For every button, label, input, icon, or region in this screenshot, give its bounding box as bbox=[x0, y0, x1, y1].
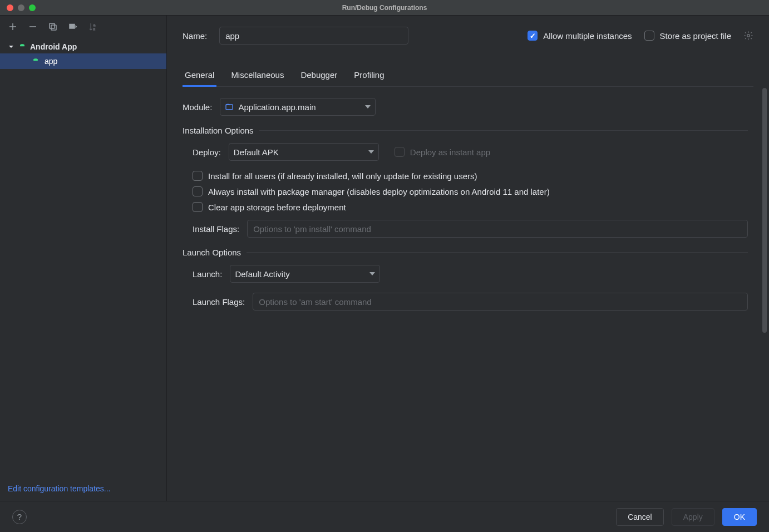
svg-rect-3 bbox=[51, 25, 56, 30]
svg-rect-7 bbox=[20, 46, 24, 46]
svg-rect-4 bbox=[50, 23, 55, 28]
clear-storage-row[interactable]: Clear app storage before deployment bbox=[193, 202, 748, 212]
help-button[interactable]: ? bbox=[12, 510, 27, 524]
always-pm-row[interactable]: Always install with package manager (dis… bbox=[193, 186, 748, 196]
store-as-file-label: Store as project file bbox=[660, 31, 731, 41]
name-input[interactable] bbox=[219, 27, 408, 45]
install-all-users-label: Install for all users (if already instal… bbox=[208, 171, 477, 181]
sort-icon[interactable]: az bbox=[88, 22, 98, 32]
install-flags-label: Install Flags: bbox=[193, 224, 239, 234]
tree-item-label: app bbox=[45, 57, 57, 66]
tab-debugger[interactable]: Debugger bbox=[298, 70, 339, 86]
module-dropdown[interactable]: Application.app.main bbox=[220, 98, 376, 116]
tab-miscellaneous[interactable]: Miscellaneous bbox=[229, 70, 286, 86]
deploy-value: Default APK bbox=[234, 147, 359, 157]
android-icon bbox=[18, 42, 27, 51]
allow-multiple-row[interactable]: Allow multiple instances bbox=[528, 31, 632, 41]
chevron-down-icon bbox=[365, 105, 371, 109]
copy-icon[interactable] bbox=[48, 22, 58, 32]
remove-icon[interactable] bbox=[28, 22, 38, 32]
svg-rect-10 bbox=[226, 105, 233, 110]
ok-button[interactable]: OK bbox=[722, 508, 757, 526]
tree-group-label: Android App bbox=[30, 42, 77, 51]
install-all-users-checkbox[interactable] bbox=[193, 171, 203, 181]
minimize-window-icon bbox=[18, 4, 24, 11]
sidebar: az Android App app Edit configuration te… bbox=[0, 16, 167, 501]
config-tree: Android App app bbox=[0, 38, 166, 476]
edit-templates-link[interactable]: Edit configuration templates... bbox=[8, 484, 110, 493]
apply-button: Apply bbox=[672, 508, 714, 526]
install-flags-input[interactable] bbox=[247, 220, 748, 238]
cancel-button[interactable]: Cancel bbox=[616, 508, 664, 526]
tabs: General Miscellaneous Debugger Profiling bbox=[183, 70, 753, 87]
deploy-instant-checkbox bbox=[395, 147, 405, 157]
launch-label: Launch: bbox=[193, 269, 222, 279]
save-layout-icon[interactable] bbox=[68, 22, 78, 32]
chevron-down-icon bbox=[8, 43, 14, 50]
deploy-instant-label: Deploy as instant app bbox=[410, 147, 490, 157]
launch-section-header: Launch Options bbox=[183, 248, 241, 257]
always-pm-label: Always install with package manager (dis… bbox=[208, 187, 550, 196]
chevron-down-icon bbox=[369, 272, 375, 275]
gear-icon[interactable] bbox=[743, 31, 753, 41]
clear-storage-checkbox[interactable] bbox=[193, 202, 203, 212]
module-label: Module: bbox=[183, 102, 212, 112]
clear-storage-label: Clear app storage before deployment bbox=[208, 203, 346, 212]
module-value: Application.app.main bbox=[238, 102, 356, 112]
android-icon bbox=[31, 57, 40, 66]
svg-point-9 bbox=[747, 35, 750, 37]
deploy-dropdown[interactable]: Default APK bbox=[229, 143, 379, 161]
tree-item-app[interactable]: app bbox=[0, 53, 166, 69]
window-title: Run/Debug Configurations bbox=[342, 4, 427, 12]
bottom-bar: ? Cancel Apply OK bbox=[0, 501, 769, 532]
titlebar: Run/Debug Configurations bbox=[0, 0, 769, 16]
sidebar-toolbar: az bbox=[0, 16, 166, 38]
svg-rect-8 bbox=[33, 60, 38, 61]
launch-flags-input[interactable] bbox=[253, 293, 748, 311]
divider bbox=[247, 252, 748, 253]
launch-flags-label: Launch Flags: bbox=[193, 297, 245, 307]
store-as-file-checkbox[interactable] bbox=[644, 31, 654, 41]
content-panel: Name: Allow multiple instances Store as … bbox=[167, 16, 769, 501]
launch-dropdown[interactable]: Default Activity bbox=[230, 265, 380, 283]
allow-multiple-label: Allow multiple instances bbox=[543, 31, 632, 41]
close-window-icon[interactable] bbox=[7, 4, 13, 11]
store-as-file-row[interactable]: Store as project file bbox=[644, 31, 731, 41]
deploy-label: Deploy: bbox=[193, 147, 221, 157]
maximize-window-icon[interactable] bbox=[29, 4, 36, 11]
window-controls bbox=[0, 4, 36, 11]
name-label: Name: bbox=[183, 31, 207, 41]
svg-text:a: a bbox=[93, 23, 96, 27]
tree-group-android-app[interactable]: Android App bbox=[0, 40, 166, 53]
tab-general[interactable]: General bbox=[183, 70, 216, 87]
add-icon[interactable] bbox=[8, 22, 18, 32]
scrollbar[interactable] bbox=[762, 88, 767, 333]
divider bbox=[259, 130, 748, 131]
chevron-down-icon bbox=[368, 150, 374, 154]
svg-text:z: z bbox=[93, 27, 95, 31]
installation-section-header: Installation Options bbox=[183, 126, 254, 135]
install-all-users-row[interactable]: Install for all users (if already instal… bbox=[193, 171, 748, 181]
launch-value: Default Activity bbox=[235, 269, 361, 279]
tab-profiling[interactable]: Profiling bbox=[352, 70, 386, 86]
always-pm-checkbox[interactable] bbox=[193, 186, 203, 196]
allow-multiple-checkbox[interactable] bbox=[528, 31, 538, 41]
module-icon bbox=[225, 102, 234, 111]
